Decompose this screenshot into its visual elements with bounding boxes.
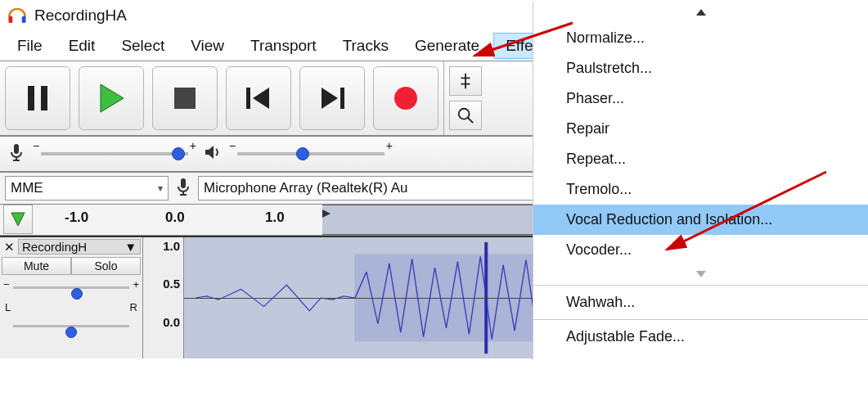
ruler-tick: -1.0 [65,210,88,226]
svg-point-7 [394,87,417,110]
effect-adjustable-fade[interactable]: Adjustable Fade... [533,322,868,352]
triangle-down-icon: ▼ [124,240,137,254]
svg-rect-5 [246,88,250,109]
input-device-value: Microphone Array (Realtek(R) Au [204,180,407,196]
mic-icon [7,142,26,165]
menu-scroll-down-disabled [533,265,868,283]
ruler-tick: 1.0 [265,210,285,226]
track-close-button[interactable]: ✕ [2,240,16,255]
svg-rect-2 [28,86,34,110]
plus-icon: + [190,139,196,152]
stop-button[interactable] [152,66,218,130]
effect-vocal-reduction[interactable]: Vocal Reduction and Isolation... [533,205,868,235]
skip-start-button[interactable] [226,66,291,130]
svg-rect-1 [22,16,26,23]
menu-tracks[interactable]: Tracks [331,33,401,59]
pan-labels: LR [2,301,141,313]
app-title: RecordingHA [34,7,127,25]
svg-rect-13 [485,242,488,353]
selection-handle-left[interactable] [322,206,332,216]
svg-rect-9 [14,144,19,154]
track-menu-button[interactable]: RecordingH ▼ [18,239,141,255]
menu-separator [533,285,868,286]
menu-edit[interactable]: Edit [56,33,108,59]
menu-select[interactable]: Select [109,33,177,59]
effect-wahwah[interactable]: Wahwah... [533,287,868,318]
effect-paulstretch[interactable]: Paulstretch... [533,53,868,83]
ruler-tick: 0.0 [165,210,185,226]
effect-menu-dropdown: Normalize... Paulstretch... Phaser... Re… [533,2,868,360]
menu-generate[interactable]: Generate [403,33,492,59]
speaker-icon [203,142,223,165]
menu-separator [533,319,868,320]
mic-icon [173,177,193,200]
pan-slider[interactable] [3,318,139,335]
playback-volume-slider[interactable]: − + [229,144,393,164]
recording-volume-slider[interactable]: − + [33,144,196,164]
playhead-button[interactable] [3,205,33,234]
mute-button[interactable]: Mute [2,257,71,275]
effect-normalize[interactable]: Normalize... [533,23,868,53]
vertical-scale: 1.0 0.5 0.0 [143,237,184,358]
minus-icon: − [229,139,236,152]
app-icon [7,5,28,26]
svg-rect-6 [340,88,344,109]
track-control-panel: ✕ RecordingH ▼ Mute Solo − + LR [0,237,143,358]
play-button[interactable] [79,66,144,130]
effect-repeat[interactable]: Repeat... [533,144,868,174]
pause-button[interactable] [5,66,70,130]
gain-slider[interactable]: − + [3,280,139,296]
audio-host-value: MME [11,180,43,196]
effect-phaser[interactable]: Phaser... [533,83,868,114]
effect-tremolo[interactable]: Tremolo... [533,174,868,205]
audio-host-combo[interactable]: MME ▾ [5,176,169,200]
svg-rect-3 [41,86,47,110]
chevron-down-icon: ▾ [158,182,163,194]
skip-end-button[interactable] [299,66,365,130]
menu-scroll-up[interactable] [533,2,868,23]
menu-transport[interactable]: Transport [238,33,329,59]
svg-point-8 [459,109,470,119]
track-name: RecordingH [22,240,87,254]
menu-view[interactable]: View [178,33,236,59]
svg-rect-4 [174,88,196,109]
plus-icon: + [386,139,393,152]
menu-file[interactable]: File [5,33,55,59]
solo-button[interactable]: Solo [71,257,141,275]
effect-repair[interactable]: Repair [533,114,868,144]
zoom-tool-button[interactable] [449,101,482,130]
svg-rect-0 [8,16,12,23]
selection-tool-button[interactable] [449,66,482,96]
effect-vocoder[interactable]: Vocoder... [533,235,868,265]
minus-icon: − [33,139,39,152]
record-button[interactable] [373,66,438,130]
tools-toolbar [444,61,482,135]
svg-rect-12 [181,178,186,188]
